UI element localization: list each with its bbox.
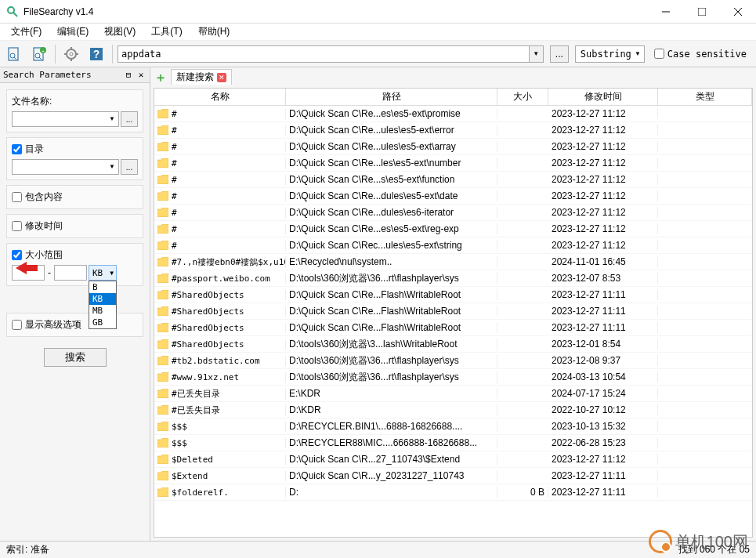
column-type[interactable]: 类型	[658, 89, 752, 105]
cell-path: D:\RECYCLER.BIN1\...6888-16826688....	[286, 421, 497, 432]
table-header: 名称 路径 大小 修改时间 类型	[154, 89, 752, 106]
search-input[interactable]	[118, 45, 530, 63]
search-icon-button[interactable]	[3, 43, 25, 65]
svg-line-1	[13, 13, 17, 16]
case-sensitive-checkbox[interactable]: Case sensitive	[654, 49, 747, 60]
unit-option-kb[interactable]: KB	[89, 293, 116, 305]
table-row[interactable]: $DeletedD:\Quick Scan C\R...27_110743\$E…	[154, 451, 752, 468]
add-tab-button[interactable]: ＋	[154, 71, 168, 85]
search-button[interactable]: 搜索	[44, 348, 107, 367]
table-row[interactable]: #SharedObjectsD:\Quick Scan C\Re...Flash…	[154, 287, 752, 303]
table-row[interactable]: #SharedObjectsD:\Quick Scan C\Re...Flash…	[154, 320, 752, 336]
unit-option-b[interactable]: B	[89, 281, 116, 293]
table-row[interactable]: #D:\Quick Scan C\Re...les\es5-ext\number…	[154, 155, 752, 172]
table-row[interactable]: #D:\Quick Scan C\Rec...ules\es5-ext\stri…	[154, 237, 752, 254]
cell-date: 2023-12-08 9:37	[548, 355, 658, 366]
table-row[interactable]: $ExtendD:\Quick Scan C\R...y_20231227_11…	[154, 468, 752, 484]
table-row[interactable]: #已丢失目录D:\KDR2022-10-27 10:12	[154, 402, 752, 418]
directory-combo[interactable]	[12, 159, 119, 175]
table-row[interactable]: #D:\Quick Scan C\Re...ules\es5-ext\error…	[154, 122, 752, 139]
svg-text:+: +	[42, 49, 45, 53]
maximize-button[interactable]	[684, 0, 720, 24]
table-row[interactable]: $$$D:\RECYCLER88\MIC....666888-16826688.…	[154, 435, 752, 451]
cell-name: $$$	[154, 438, 286, 448]
table-row[interactable]: #7.,n褸褸ebn0#褸鵨$x,u16E:\Recycled\nul\syst…	[154, 254, 752, 270]
directory-checkbox[interactable]: 目录	[12, 143, 138, 156]
cell-name: #已丢失目录	[154, 404, 286, 416]
table-row[interactable]: #D:\Quick Scan C\Re...dules\es6-iterator…	[154, 205, 752, 221]
close-button[interactable]	[720, 0, 756, 24]
new-search-icon-button[interactable]: +	[28, 43, 50, 65]
modify-time-checkbox[interactable]: 修改时间	[12, 219, 138, 233]
column-size[interactable]: 大小	[497, 89, 548, 105]
table-row[interactable]: #tb2.bdstatic.comD:\tools\360浏览器\36...rt…	[154, 353, 752, 369]
unit-option-gb[interactable]: GB	[89, 317, 116, 328]
size-max-input[interactable]	[54, 265, 87, 281]
cell-date: 2023-12-01 8:54	[548, 339, 658, 350]
table-row[interactable]: #D:\Quick Scan C\Re...ules\es5-ext\array…	[154, 139, 752, 155]
menu-tools[interactable]: 工具(T)	[143, 24, 190, 40]
table-row[interactable]: $$$D:\RECYCLER.BIN1\...6888-16826688....…	[154, 418, 752, 435]
cell-date: 2023-12-27 11:11	[548, 306, 658, 317]
help-icon-button[interactable]: ?	[85, 43, 107, 65]
menu-view[interactable]: 视图(V)	[96, 24, 143, 40]
cell-path: D:\tools\360浏览器\3...lash\WritableRoot	[286, 338, 497, 351]
search-options-button[interactable]: ...	[550, 45, 569, 63]
minimize-button[interactable]	[648, 0, 684, 24]
column-date[interactable]: 修改时间	[548, 89, 658, 105]
table-row[interactable]: $folderelf.D:0 B2023-12-27 11:11	[154, 484, 752, 501]
cell-date: 2023-12-27 11:12	[548, 141, 658, 152]
table-row[interactable]: #已丢失目录E:\KDR2024-07-17 15:24	[154, 386, 752, 402]
filename-browse-button[interactable]: ...	[121, 111, 138, 127]
directory-browse-button[interactable]: ...	[121, 159, 138, 175]
cell-name: #	[154, 158, 286, 168]
table-row[interactable]: #D:\Quick Scan C\Re...dules\es5-ext\date…	[154, 188, 752, 205]
cell-name: #	[154, 125, 286, 136]
table-body[interactable]: #D:\Quick Scan C\Re...es\es5-ext\promise…	[154, 106, 752, 537]
table-row[interactable]: #SharedObjectsD:\Quick Scan C\Re...Flash…	[154, 303, 752, 320]
match-mode-select[interactable]: Substring	[575, 45, 645, 63]
cell-date: 2024-07-17 15:24	[548, 388, 658, 399]
tab-new-search[interactable]: 新建搜索 ✕	[171, 69, 232, 85]
pin-icon[interactable]: ⊟	[123, 70, 134, 81]
table-row[interactable]: #D:\Quick Scan C\Re...s\es5-ext\function…	[154, 172, 752, 188]
cell-name: #	[154, 109, 286, 119]
size-min-input[interactable]	[12, 265, 45, 281]
cell-path: D:\tools\360浏览器\36...rt\flashplayer\sys	[286, 272, 497, 285]
statusbar: 索引: 准备 找到 060 个在 05	[0, 541, 756, 558]
show-advanced-checkbox[interactable]: 显示高级选项	[12, 318, 138, 332]
menu-help[interactable]: 帮助(H)	[190, 24, 238, 40]
close-tab-icon[interactable]: ✕	[217, 73, 226, 82]
menubar: 文件(F) 编辑(E) 视图(V) 工具(T) 帮助(H)	[0, 24, 756, 41]
include-content-checkbox[interactable]: 包含内容	[12, 190, 138, 204]
size-unit-select[interactable]: KB	[89, 265, 117, 281]
table-row[interactable]: #SharedObjectsD:\tools\360浏览器\3...lash\W…	[154, 336, 752, 353]
table-row[interactable]: #passport.weibo.comD:\tools\360浏览器\36...…	[154, 270, 752, 287]
column-name[interactable]: 名称	[154, 89, 286, 105]
close-panel-icon[interactable]: ✕	[136, 70, 146, 81]
cell-path: D:\Quick Scan C\Re...es\es5-ext\promise	[286, 108, 497, 119]
svg-point-15	[70, 53, 73, 56]
table-row[interactable]: #D:\Quick Scan C\Re...es\es5-ext\reg-exp…	[154, 221, 752, 237]
cell-name: $folderelf.	[154, 487, 286, 498]
filename-combo[interactable]	[12, 111, 119, 127]
cell-name: #	[154, 175, 286, 185]
menu-file[interactable]: 文件(F)	[3, 24, 49, 40]
watermark-logo-icon	[649, 530, 672, 553]
column-path[interactable]: 路径	[286, 89, 497, 105]
search-dropdown-button[interactable]: ▼	[530, 45, 544, 63]
cell-date: 2023-12-27 11:12	[548, 108, 658, 119]
cell-name: #	[154, 241, 286, 251]
menu-edit[interactable]: 编辑(E)	[49, 24, 96, 40]
cell-name: #SharedObjects	[154, 306, 286, 317]
cell-date: 2023-12-27 11:12	[548, 190, 658, 201]
cell-date: 2023-12-27 11:12	[548, 454, 658, 465]
unit-option-mb[interactable]: MB	[89, 305, 116, 317]
table-row[interactable]: #D:\Quick Scan C\Re...es\es5-ext\promise…	[154, 106, 752, 122]
cell-date: 2023-12-27 11:12	[548, 158, 658, 168]
table-row[interactable]: #www.91xz.netD:\tools\360浏览器\36...rt\fla…	[154, 369, 752, 386]
gear-icon-button[interactable]	[60, 43, 82, 65]
size-range-checkbox[interactable]: 大小范围	[12, 248, 138, 262]
cell-path: D:\Quick Scan C\Re...es\es5-ext\reg-exp	[286, 223, 497, 234]
cell-name: #SharedObjects	[154, 339, 286, 350]
